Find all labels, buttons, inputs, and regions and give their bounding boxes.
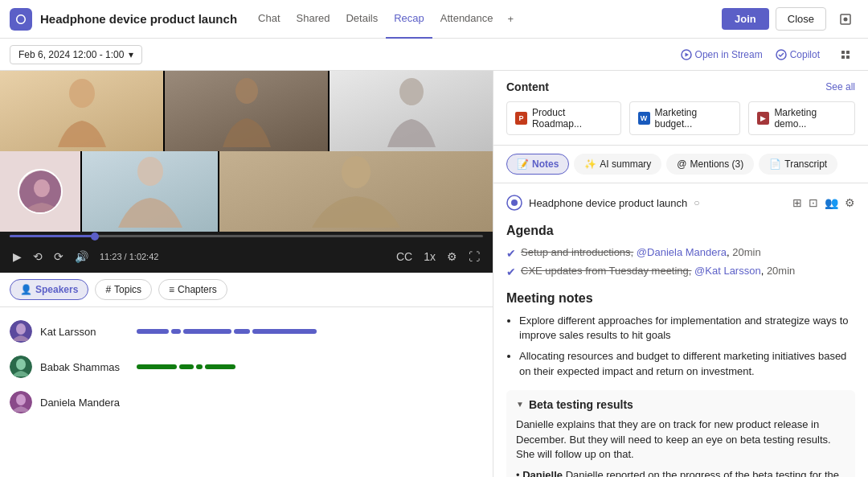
mention-kat: @Kat Larsson bbox=[694, 265, 761, 277]
status-dot: ○ bbox=[694, 197, 699, 208]
svg-point-20 bbox=[16, 394, 26, 405]
tab-shared[interactable]: Shared bbox=[289, 0, 338, 39]
transcript-icon: 📄 bbox=[769, 158, 781, 170]
tab-chat[interactable]: Chat bbox=[250, 0, 288, 39]
meeting-notes-title: Meeting notes bbox=[506, 291, 855, 306]
forward-icon[interactable]: ⟳ bbox=[51, 247, 67, 266]
video-cell-1 bbox=[0, 71, 163, 151]
close-button[interactable]: Close bbox=[776, 7, 826, 31]
speaker-list: Kat Larsson Babak Shammas bbox=[0, 307, 493, 477]
beta-bullet: • Danielle Danielle reported on the prog… bbox=[516, 469, 845, 477]
tab-notes[interactable]: 📝 Notes bbox=[506, 154, 569, 175]
main-content: ▶ ⟲ ⟳ 🔊 11:23 / 1:02:42 CC 1x ⚙ ⛶ 👤 Spea… bbox=[0, 71, 868, 477]
people-icon[interactable]: 👥 bbox=[825, 196, 838, 209]
video-cell-2 bbox=[165, 71, 328, 151]
play-icon[interactable]: ▶ bbox=[10, 247, 25, 266]
file-item[interactable]: ▶ Marketing demo... bbox=[748, 101, 855, 135]
fullscreen-icon[interactable]: ⛶ bbox=[465, 247, 483, 266]
speaker-name: Kat Larsson bbox=[40, 326, 129, 338]
svg-point-1 bbox=[844, 17, 848, 21]
svg-marker-3 bbox=[685, 52, 689, 56]
video-cell-3 bbox=[330, 71, 493, 151]
svg-rect-4 bbox=[841, 51, 845, 54]
svg-rect-6 bbox=[841, 56, 845, 59]
rewind-icon[interactable]: ⟲ bbox=[30, 247, 46, 266]
tab-attendance[interactable]: Attendance bbox=[432, 0, 502, 39]
controls-bar: ▶ ⟲ ⟳ 🔊 11:23 / 1:02:42 CC 1x ⚙ ⛶ bbox=[0, 241, 493, 273]
file-item[interactable]: W Marketing budget... bbox=[629, 101, 741, 135]
sub-header: Feb 6, 2024 12:00 - 1:00 ▾ Open in Strea… bbox=[0, 39, 868, 71]
captions-icon[interactable]: CC bbox=[393, 247, 416, 266]
progress-bar-container[interactable] bbox=[0, 232, 493, 241]
tab-pill-chapters[interactable]: ≡ Chapters bbox=[158, 279, 227, 300]
join-button[interactable]: Join bbox=[722, 8, 769, 30]
beta-title-row[interactable]: ▼ Beta testing results bbox=[516, 398, 845, 411]
ai-icon: ✨ bbox=[584, 158, 596, 170]
beta-title: Beta testing results bbox=[529, 398, 633, 411]
progress-bar[interactable] bbox=[10, 235, 483, 237]
notes-tab-icon: 📝 bbox=[517, 158, 529, 170]
speakers-bar: 👤 Speakers # Topics ≡ Chapters bbox=[0, 273, 493, 307]
see-all-button[interactable]: See all bbox=[825, 81, 855, 93]
beta-text: Danielle explains that they are on track… bbox=[516, 417, 845, 463]
speaker-name: Babak Shammas bbox=[40, 361, 129, 373]
expand-icon[interactable] bbox=[833, 42, 858, 68]
tab-ai-summary[interactable]: ✨ AI summary bbox=[574, 154, 661, 175]
date-selector[interactable]: Feb 6, 2024 12:00 - 1:00 ▾ bbox=[10, 45, 142, 64]
left-panel: ▶ ⟲ ⟳ 🔊 11:23 / 1:02:42 CC 1x ⚙ ⛶ 👤 Spea… bbox=[0, 71, 493, 477]
video-cell-5 bbox=[82, 151, 218, 232]
tab-pill-topics[interactable]: # Topics bbox=[95, 279, 152, 300]
tab-transcript[interactable]: 📄 Transcript bbox=[759, 154, 837, 175]
speaker-bars bbox=[137, 329, 483, 334]
svg-point-16 bbox=[16, 323, 26, 335]
check-icon-2: ✔ bbox=[506, 265, 516, 278]
meeting-notes-section: Meeting notes Explore different approach… bbox=[506, 291, 855, 379]
svg-rect-5 bbox=[846, 51, 850, 54]
speakers-icon: 👤 bbox=[20, 284, 32, 295]
meeting-title-row: Headphone device product launch ○ ⊞ ⊡ 👥 … bbox=[506, 195, 855, 211]
svg-rect-7 bbox=[846, 56, 850, 59]
copy-icon[interactable]: ⊡ bbox=[809, 196, 818, 209]
agenda-section: Agenda ✔ Setup and introductions, @Danie… bbox=[506, 224, 855, 278]
tab-pill-speakers[interactable]: 👤 Speakers bbox=[10, 279, 88, 300]
video-time: 11:23 / 1:02:42 bbox=[100, 252, 158, 261]
sub-header-right: Open in Stream Copilot bbox=[681, 42, 858, 68]
video-row-2 bbox=[0, 151, 493, 232]
header-tabs: Chat Shared Details Recap Attendance + bbox=[250, 0, 722, 39]
beta-section: ▼ Beta testing results Danielle explains… bbox=[506, 390, 855, 477]
settings-icon[interactable] bbox=[833, 6, 858, 32]
svg-point-22 bbox=[511, 199, 518, 206]
video-row-1 bbox=[0, 71, 493, 151]
open-in-stream-button[interactable]: Open in Stream bbox=[681, 49, 763, 60]
gear-icon[interactable]: ⚙ bbox=[444, 247, 461, 266]
svg-point-18 bbox=[16, 359, 26, 370]
list-item: Daniela Mandera bbox=[0, 384, 493, 420]
mention-daniela: @Daniela Mandera bbox=[637, 246, 727, 258]
agenda-item-1: ✔ Setup and introductions, @Daniela Mand… bbox=[506, 246, 855, 260]
tab-mentions[interactable]: @ Mentions (3) bbox=[666, 154, 754, 175]
meeting-actions: ⊞ ⊡ 👥 ⚙ bbox=[792, 196, 855, 209]
video-cell-4 bbox=[0, 151, 80, 232]
speaker-bars bbox=[137, 364, 483, 369]
more-options-icon[interactable]: ⚙ bbox=[845, 196, 855, 209]
video-icon: ▶ bbox=[757, 112, 769, 125]
date-range-text: Feb 6, 2024 12:00 - 1:00 bbox=[18, 49, 124, 60]
speed-button[interactable]: 1x bbox=[420, 247, 439, 266]
header: Headphone device product launch Chat Sha… bbox=[0, 0, 868, 39]
svg-point-10 bbox=[399, 78, 424, 105]
content-section: Content See all P Product Roadmap... W M… bbox=[493, 71, 868, 146]
topics-icon: # bbox=[105, 284, 111, 295]
grid-view-icon[interactable]: ⊞ bbox=[792, 196, 802, 209]
meeting-title: Headphone device product launch bbox=[529, 197, 687, 209]
bullet-item-2: Allocating resources and budget to diffe… bbox=[519, 349, 855, 378]
speaker-name: Daniela Mandera bbox=[40, 397, 129, 409]
volume-icon[interactable]: 🔊 bbox=[72, 247, 92, 266]
content-files: P Product Roadmap... W Marketing budget.… bbox=[506, 101, 855, 135]
copilot-button[interactable]: Copilot bbox=[776, 49, 820, 60]
add-tab-button[interactable]: + bbox=[502, 13, 521, 25]
mention-icon: @ bbox=[677, 158, 686, 170]
app-logo bbox=[10, 8, 32, 31]
tab-details[interactable]: Details bbox=[338, 0, 386, 39]
tab-recap[interactable]: Recap bbox=[386, 0, 432, 39]
file-item[interactable]: P Product Roadmap... bbox=[506, 101, 621, 135]
